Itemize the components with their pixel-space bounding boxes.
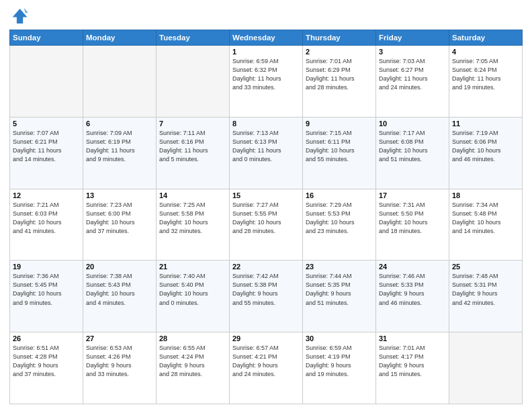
calendar-cell: 17Sunrise: 7:31 AM Sunset: 5:50 PM Dayli… [376, 189, 449, 261]
calendar-cell: 9Sunrise: 7:15 AM Sunset: 6:11 PM Daylig… [303, 117, 376, 189]
day-info: Sunrise: 7:44 AM Sunset: 5:35 PM Dayligh… [306, 272, 373, 307]
weekday-header-row: SundayMondayTuesdayWednesdayThursdayFrid… [10, 30, 523, 46]
week-row-0: 1Sunrise: 6:59 AM Sunset: 6:32 PM Daylig… [10, 46, 523, 118]
day-number: 27 [86, 334, 153, 342]
week-row-4: 26Sunrise: 6:51 AM Sunset: 4:28 PM Dayli… [10, 332, 523, 404]
calendar-cell: 14Sunrise: 7:25 AM Sunset: 5:58 PM Dayli… [157, 189, 230, 261]
day-info: Sunrise: 7:48 AM Sunset: 5:31 PM Dayligh… [452, 272, 519, 307]
day-number: 23 [306, 263, 373, 271]
day-number: 31 [379, 334, 446, 342]
calendar-cell: 29Sunrise: 6:57 AM Sunset: 4:21 PM Dayli… [230, 332, 303, 404]
calendar-cell: 12Sunrise: 7:21 AM Sunset: 6:03 PM Dayli… [10, 189, 83, 261]
day-info: Sunrise: 7:31 AM Sunset: 5:50 PM Dayligh… [379, 201, 446, 236]
calendar-cell: 10Sunrise: 7:17 AM Sunset: 6:08 PM Dayli… [376, 117, 449, 189]
day-info: Sunrise: 7:15 AM Sunset: 6:11 PM Dayligh… [306, 129, 373, 164]
day-number: 29 [232, 334, 300, 342]
day-number: 22 [232, 263, 300, 271]
week-row-2: 12Sunrise: 7:21 AM Sunset: 6:03 PM Dayli… [10, 189, 523, 261]
day-info: Sunrise: 7:38 AM Sunset: 5:43 PM Dayligh… [86, 272, 153, 307]
weekday-header-tuesday: Tuesday [157, 30, 230, 46]
day-number: 5 [13, 120, 80, 128]
calendar-table: SundayMondayTuesdayWednesdayThursdayFrid… [9, 30, 523, 404]
calendar-cell: 8Sunrise: 7:13 AM Sunset: 6:13 PM Daylig… [230, 117, 303, 189]
day-number: 30 [306, 334, 373, 342]
calendar-cell: 11Sunrise: 7:19 AM Sunset: 6:06 PM Dayli… [449, 117, 523, 189]
day-info: Sunrise: 7:01 AM Sunset: 6:29 PM Dayligh… [306, 57, 373, 92]
day-info: Sunrise: 6:57 AM Sunset: 4:21 PM Dayligh… [232, 344, 300, 379]
day-number: 18 [452, 191, 519, 199]
calendar-cell: 21Sunrise: 7:40 AM Sunset: 5:40 PM Dayli… [157, 261, 230, 332]
day-number: 10 [379, 120, 446, 128]
svg-marker-1 [24, 8, 28, 13]
calendar-cell: 1Sunrise: 6:59 AM Sunset: 6:32 PM Daylig… [230, 46, 303, 118]
logo [9, 7, 31, 26]
day-number: 28 [159, 334, 226, 342]
calendar-cell [83, 46, 157, 118]
day-info: Sunrise: 6:53 AM Sunset: 4:26 PM Dayligh… [86, 344, 153, 379]
calendar-cell [157, 46, 230, 118]
calendar-cell: 6Sunrise: 7:09 AM Sunset: 6:19 PM Daylig… [83, 117, 157, 189]
page: SundayMondayTuesdayWednesdayThursdayFrid… [0, 0, 532, 411]
calendar-cell: 24Sunrise: 7:46 AM Sunset: 5:33 PM Dayli… [376, 261, 449, 332]
day-info: Sunrise: 7:36 AM Sunset: 5:45 PM Dayligh… [13, 272, 80, 307]
calendar-cell: 5Sunrise: 7:07 AM Sunset: 6:21 PM Daylig… [10, 117, 83, 189]
week-row-3: 19Sunrise: 7:36 AM Sunset: 5:45 PM Dayli… [10, 261, 523, 332]
day-info: Sunrise: 7:13 AM Sunset: 6:13 PM Dayligh… [232, 129, 300, 164]
day-number: 11 [452, 120, 519, 128]
day-number: 15 [232, 191, 300, 199]
calendar-cell: 22Sunrise: 7:42 AM Sunset: 5:38 PM Dayli… [230, 261, 303, 332]
day-info: Sunrise: 7:07 AM Sunset: 6:21 PM Dayligh… [13, 129, 80, 164]
day-number: 6 [86, 120, 153, 128]
logo-icon [9, 7, 28, 26]
day-info: Sunrise: 7:25 AM Sunset: 5:58 PM Dayligh… [159, 201, 226, 236]
day-number: 7 [159, 120, 226, 128]
day-info: Sunrise: 6:59 AM Sunset: 4:19 PM Dayligh… [306, 344, 373, 379]
day-info: Sunrise: 7:46 AM Sunset: 5:33 PM Dayligh… [379, 272, 446, 307]
day-number: 21 [159, 263, 226, 271]
calendar-cell: 15Sunrise: 7:27 AM Sunset: 5:55 PM Dayli… [230, 189, 303, 261]
day-number: 24 [379, 263, 446, 271]
weekday-header-thursday: Thursday [303, 30, 376, 46]
day-info: Sunrise: 6:55 AM Sunset: 4:24 PM Dayligh… [159, 344, 226, 379]
calendar-cell: 30Sunrise: 6:59 AM Sunset: 4:19 PM Dayli… [303, 332, 376, 404]
calendar-cell: 26Sunrise: 6:51 AM Sunset: 4:28 PM Dayli… [10, 332, 83, 404]
weekday-header-sunday: Sunday [10, 30, 83, 46]
day-number: 16 [306, 191, 373, 199]
day-info: Sunrise: 7:40 AM Sunset: 5:40 PM Dayligh… [159, 272, 226, 307]
day-number: 3 [379, 48, 446, 56]
day-info: Sunrise: 6:59 AM Sunset: 6:32 PM Dayligh… [232, 57, 300, 92]
day-number: 19 [13, 263, 80, 271]
day-info: Sunrise: 7:27 AM Sunset: 5:55 PM Dayligh… [232, 201, 300, 236]
calendar-cell: 13Sunrise: 7:23 AM Sunset: 6:00 PM Dayli… [83, 189, 157, 261]
day-number: 12 [13, 191, 80, 199]
day-number: 8 [232, 120, 300, 128]
weekday-header-monday: Monday [83, 30, 157, 46]
day-info: Sunrise: 7:23 AM Sunset: 6:00 PM Dayligh… [86, 201, 153, 236]
header [9, 7, 523, 26]
calendar-cell: 25Sunrise: 7:48 AM Sunset: 5:31 PM Dayli… [449, 261, 523, 332]
day-info: Sunrise: 7:01 AM Sunset: 4:17 PM Dayligh… [379, 344, 446, 379]
day-number: 17 [379, 191, 446, 199]
day-info: Sunrise: 6:51 AM Sunset: 4:28 PM Dayligh… [13, 344, 80, 379]
day-info: Sunrise: 7:11 AM Sunset: 6:16 PM Dayligh… [159, 129, 226, 164]
week-row-1: 5Sunrise: 7:07 AM Sunset: 6:21 PM Daylig… [10, 117, 523, 189]
calendar-cell: 19Sunrise: 7:36 AM Sunset: 5:45 PM Dayli… [10, 261, 83, 332]
weekday-header-friday: Friday [376, 30, 449, 46]
day-number: 20 [86, 263, 153, 271]
calendar-cell: 27Sunrise: 6:53 AM Sunset: 4:26 PM Dayli… [83, 332, 157, 404]
day-number: 9 [306, 120, 373, 128]
weekday-header-wednesday: Wednesday [230, 30, 303, 46]
calendar-cell: 3Sunrise: 7:03 AM Sunset: 6:27 PM Daylig… [376, 46, 449, 118]
day-number: 13 [86, 191, 153, 199]
day-info: Sunrise: 7:34 AM Sunset: 5:48 PM Dayligh… [452, 201, 519, 236]
calendar-cell: 23Sunrise: 7:44 AM Sunset: 5:35 PM Dayli… [303, 261, 376, 332]
day-info: Sunrise: 7:42 AM Sunset: 5:38 PM Dayligh… [232, 272, 300, 307]
day-number: 2 [306, 48, 373, 56]
day-number: 14 [159, 191, 226, 199]
day-info: Sunrise: 7:03 AM Sunset: 6:27 PM Dayligh… [379, 57, 446, 92]
calendar-cell: 4Sunrise: 7:05 AM Sunset: 6:24 PM Daylig… [449, 46, 523, 118]
day-info: Sunrise: 7:21 AM Sunset: 6:03 PM Dayligh… [13, 201, 80, 236]
calendar-cell: 20Sunrise: 7:38 AM Sunset: 5:43 PM Dayli… [83, 261, 157, 332]
calendar-cell: 18Sunrise: 7:34 AM Sunset: 5:48 PM Dayli… [449, 189, 523, 261]
calendar-cell: 7Sunrise: 7:11 AM Sunset: 6:16 PM Daylig… [157, 117, 230, 189]
